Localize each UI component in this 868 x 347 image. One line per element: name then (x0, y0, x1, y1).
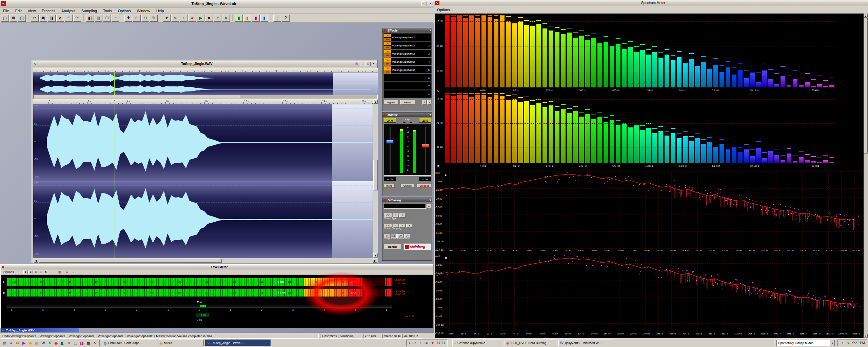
undo-icon[interactable]: ↶ (65, 15, 73, 22)
fx-button[interactable]: fx (384, 58, 391, 62)
quicklaunch-calc-icon[interactable]: ▦ (85, 340, 92, 346)
wavelab-titlebar[interactable]: ∿ ToStep_Jingle - WaveLab □ ✕ (0, 0, 434, 7)
quicklaunch-player-icon[interactable]: ▶ (21, 340, 27, 346)
menu-window[interactable]: Window (134, 8, 153, 14)
select-tool-icon[interactable]: ✚ (124, 15, 132, 22)
forward-icon[interactable]: » (222, 15, 230, 22)
rewind-icon[interactable]: « (214, 15, 221, 22)
tray-volume-icon[interactable]: ♫ (840, 341, 845, 345)
dithering-panel-header[interactable]: Dithering ▾ (382, 198, 432, 202)
add-effect-button[interactable]: + (422, 100, 427, 105)
quicklaunch-nero-icon[interactable]: ◉ (53, 340, 59, 346)
zoom-out-icon[interactable]: ⊖ (141, 15, 149, 22)
speaker-icon[interactable]: ♪ (180, 15, 188, 22)
menu-options[interactable]: Options (115, 8, 134, 14)
quicklaunch-wavelab-icon[interactable]: ∿ (92, 340, 98, 346)
waveform-channel-left[interactable]: 100500-50-100 (33, 104, 373, 181)
redo-icon[interactable]: ↷ (73, 15, 81, 22)
dither-plugin-select[interactable] (384, 204, 426, 209)
quicklaunch-winamp-icon[interactable]: ◆ (27, 340, 34, 346)
spectrum-button-icon[interactable]: ▮ (243, 15, 251, 22)
scroll-up-icon[interactable]: ▲ (373, 99, 378, 104)
view-grid-icon[interactable]: ⊞ (103, 15, 111, 22)
menu-analysis[interactable]: Analysis (58, 8, 78, 14)
deskband-grip[interactable] (774, 340, 775, 346)
quicklaunch-word-icon[interactable]: W (40, 340, 46, 346)
quicklaunch-paint-icon[interactable]: ◨ (79, 340, 85, 346)
minimize-button[interactable]: — (360, 62, 365, 66)
open-file-icon[interactable]: ▤ (9, 15, 17, 22)
meter-preset-button-3[interactable]: 3 (34, 270, 38, 274)
task-music[interactable]: ▣Music (158, 340, 204, 346)
clear-meter-icon[interactable]: ▭ (72, 270, 77, 274)
phase-button-icon[interactable]: ▮ (252, 15, 260, 22)
quicklaunch-show-desktop-icon[interactable]: ▤ (1, 340, 8, 346)
overview-scroll-thumb[interactable] (34, 96, 240, 98)
task-network[interactable]: ⌂Сетевое окружение (452, 340, 503, 346)
clip-led-right[interactable] (410, 122, 412, 123)
dither-select-arrow[interactable]: ▾ (427, 204, 431, 209)
menu-sampling[interactable]: Sampling (78, 8, 100, 14)
horizontal-scrollbar[interactable]: ◀▶ (33, 258, 378, 263)
bypass-button[interactable]: Bypass (384, 100, 399, 105)
status-samplerate[interactable]: 44 100 Hz (402, 334, 422, 339)
task-nero[interactable]: ◉ISO1_DVD - Nero Burning (505, 340, 557, 346)
spectrum-titlebar[interactable]: ∿ Spectrum Meter (434, 0, 868, 6)
solo-button[interactable]: solo (384, 46, 391, 49)
quicklaunch-icq-icon[interactable]: ✳ (66, 340, 72, 346)
overview-waveform[interactable] (33, 73, 378, 95)
time-ruler[interactable]: 02s4s6s8s10s12s14s16s▼ (33, 99, 373, 104)
meter-preset-button-4[interactable]: 4 (39, 270, 43, 274)
horizontal-scroll-thumb[interactable] (39, 259, 222, 263)
solo-button[interactable]: solo (384, 62, 391, 65)
delete-icon[interactable]: ✕ (56, 15, 64, 22)
scroll-down-icon[interactable]: ▼ (864, 334, 868, 338)
quicklaunch-mail-icon[interactable]: ✉ (14, 340, 21, 346)
doc-close-button[interactable]: ✕ (371, 62, 376, 66)
master-fader-left[interactable] (386, 140, 394, 144)
maximize-button[interactable]: □ (366, 62, 371, 66)
master-panel-header[interactable]: Master ▾ (382, 113, 432, 117)
panel-menu-icon[interactable]: ▾ (430, 113, 431, 116)
view-layout-icon[interactable]: ◧ (86, 15, 94, 22)
meter-style-icon[interactable]: ▥ (57, 270, 62, 274)
mono-button[interactable]: mono (384, 184, 395, 188)
play-icon[interactable]: ▶ (197, 15, 204, 22)
meter-preset-button-5[interactable]: 5 (44, 270, 48, 274)
tray-antivirus-icon[interactable]: ✚ (430, 341, 435, 345)
quicklaunch-photoshop-icon[interactable]: ◧ (59, 340, 66, 346)
vertical-scrollbar[interactable]: ▲▼ (373, 99, 378, 258)
marker-icon[interactable]: ▼ (163, 15, 171, 22)
scroll-down-icon[interactable]: ▼ (373, 253, 378, 258)
fx-button[interactable]: fx (384, 50, 391, 54)
menu-help[interactable]: Help (153, 8, 167, 14)
task-wavelab[interactable]: ∿ToStep_Jingle - WaveL... (205, 340, 271, 346)
clock-right[interactable]: 5:21 PM (852, 341, 865, 345)
clock-left[interactable]: 17:21 (437, 341, 445, 345)
restore-button[interactable]: □ (421, 1, 427, 6)
dropout-button[interactable]: Dropout (417, 184, 431, 188)
task-fishki[interactable]: ◍Fishki.Net - Сайт Хоро... (102, 340, 156, 346)
document-titlebar[interactable]: ∿ ToStep_Jingle.WAV — □ ✕ (33, 61, 377, 67)
stop-icon[interactable]: ■ (205, 15, 213, 22)
zoom-in-icon[interactable]: ⊕ (133, 15, 141, 22)
menu-file[interactable]: File (0, 8, 12, 14)
scroll-left-icon[interactable]: ◀ (34, 259, 38, 263)
minimized-document-bar[interactable]: ∿ ToStep_Jingle.WAV (1, 328, 79, 332)
tray-network-icon[interactable]: ⇅ (846, 341, 851, 345)
tray-language-indicator[interactable]: En (412, 341, 417, 345)
meter-preset-button-1[interactable]: 1 (23, 270, 28, 274)
deskband-dropdown-button[interactable]: ▾ (830, 340, 835, 346)
effect-name[interactable]: VoxengoElephant2 (392, 58, 427, 66)
new-file-icon[interactable]: ▢ (1, 15, 9, 22)
unmute-button[interactable]: Unmute (401, 184, 414, 188)
vertical-scroll-thumb[interactable] (373, 160, 378, 190)
effect-name[interactable]: VoxengoElephant2 (392, 34, 427, 41)
help-icon[interactable]: ? (282, 15, 290, 22)
spectrum-scroll-thumb[interactable] (864, 18, 868, 154)
remove-effect-button[interactable]: - (427, 100, 431, 105)
overview-ruler[interactable] (33, 68, 378, 73)
record-icon[interactable]: ● (188, 15, 196, 22)
reset-peaks-icon[interactable]: ◆ (64, 270, 70, 274)
overview-scrollbar[interactable] (33, 95, 378, 99)
